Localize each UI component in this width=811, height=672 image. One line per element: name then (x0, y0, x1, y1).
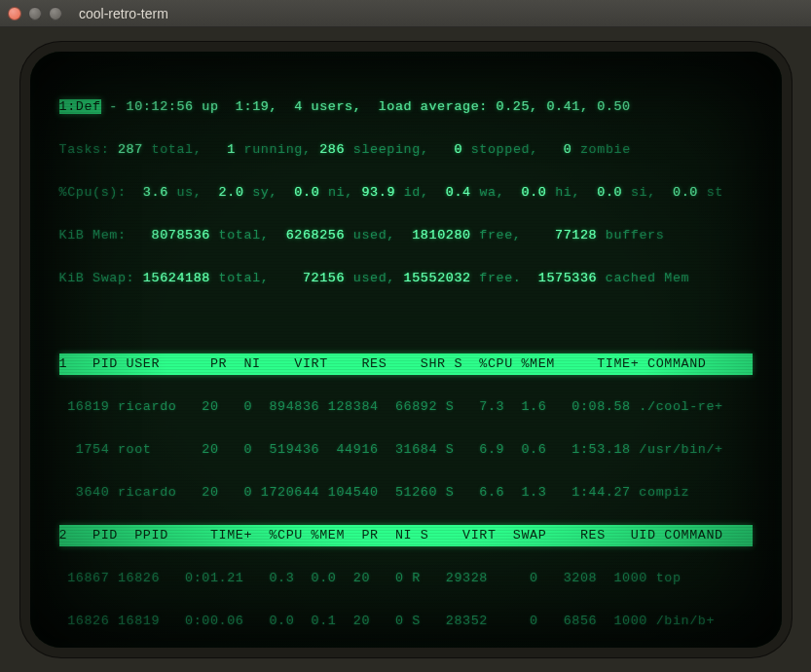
session-tag: 1:Def (59, 99, 101, 114)
summary-cpu: %Cpu(s): 3.6 us, 2.0 sy, 0.0 ni, 93.9 id… (59, 182, 753, 204)
table-row: 16826 16819 0:00.06 0.0 0.1 20 0 S 28352… (59, 611, 753, 632)
crt-frame: 1:Def - 10:12:56 up 1:19, 4 users, load … (30, 52, 782, 648)
table-row: 16867 16826 0:01.21 0.3 0.0 20 0 R 29328… (59, 568, 753, 589)
terminal-screen[interactable]: 1:Def - 10:12:56 up 1:19, 4 users, load … (59, 75, 753, 624)
table-row: 1754 root 20 0 519436 44916 31684 S 6.9 … (59, 439, 753, 461)
table-row: 16819 ricardo 20 0 894836 128384 66892 S… (59, 396, 753, 418)
summary-tasks: Tasks: 287 total, 1 running, 286 sleepin… (59, 139, 753, 161)
blank-line (59, 311, 753, 332)
window-minimize-button[interactable] (28, 7, 42, 20)
window-titlebar: cool-retro-term (0, 0, 811, 27)
window-close-button[interactable] (8, 7, 21, 20)
window-maximize-button[interactable] (49, 7, 62, 20)
pane2-header: 2 PID PPID TIME+ %CPU %MEM PR NI S VIRT … (59, 525, 753, 546)
summary-swap: KiB Swap: 15624188 total, 72156 used, 15… (59, 268, 753, 289)
window-title: cool-retro-term (79, 6, 168, 21)
summary-line-1: 1:Def - 10:12:56 up 1:19, 4 users, load … (59, 96, 753, 118)
table-row: 3640 ricardo 20 0 1720644 104540 51260 S… (59, 482, 753, 504)
pane1-header: 1 PID USER PR NI VIRT RES SHR S %CPU %ME… (59, 354, 753, 375)
summary-mem: KiB Mem: 8078536 total, 6268256 used, 18… (59, 225, 753, 246)
terminal-stage: 1:Def - 10:12:56 up 1:19, 4 users, load … (0, 27, 811, 672)
